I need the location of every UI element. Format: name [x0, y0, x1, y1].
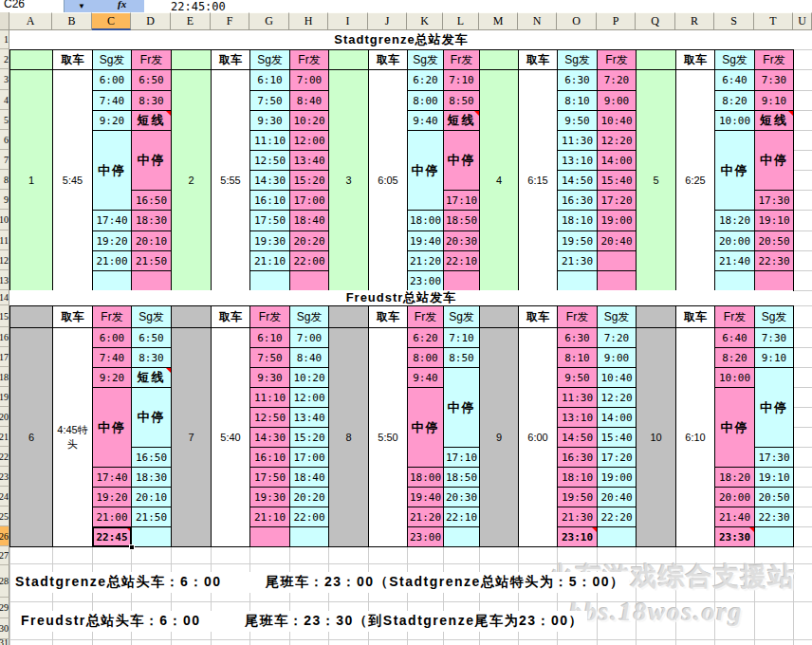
time-cell[interactable]: 8:00 — [407, 347, 444, 368]
pickup-time-cell[interactable]: 4:45特头 — [52, 327, 93, 547]
column-header-S[interactable]: S — [714, 12, 754, 30]
row-header-31[interactable]: 31 — [0, 639, 9, 645]
block-number-cell[interactable]: 6 — [9, 327, 53, 547]
mid-stop-cell[interactable]: 中停 — [443, 130, 480, 191]
time-cell[interactable]: 10:40 — [597, 110, 637, 131]
time-cell[interactable]: 8:40 — [289, 347, 329, 368]
mid-stop-cell[interactable]: 中停 — [714, 130, 755, 211]
mid-stop-cell[interactable]: 中停 — [131, 130, 172, 191]
column-header-J[interactable]: J — [368, 12, 407, 30]
time-cell[interactable]: 8:10 — [557, 347, 598, 368]
column-header-R[interactable]: R — [675, 12, 714, 30]
time-cell[interactable]: 19:00 — [597, 210, 637, 231]
time-cell[interactable]: 20:20 — [289, 487, 329, 507]
short-line-cell[interactable]: 短线 — [754, 110, 794, 131]
mid-stop-cell[interactable]: 中停 — [131, 387, 172, 448]
time-cell[interactable]: 21:20 — [407, 250, 444, 271]
block-number-cell[interactable]: 7 — [171, 327, 212, 547]
time-cell[interactable]: 18:00 — [407, 467, 444, 488]
column-header-T[interactable]: T — [754, 12, 793, 30]
spacer-header-cell[interactable] — [479, 49, 519, 70]
time-cell[interactable]: 22:20 — [597, 507, 637, 527]
time-cell[interactable]: 9:20 — [92, 367, 132, 388]
empty-cell[interactable] — [754, 270, 794, 291]
time-cell[interactable]: 21:50 — [131, 250, 172, 271]
time-cell[interactable]: 7:00 — [289, 327, 329, 348]
time-cell[interactable]: 22:30 — [754, 250, 794, 271]
row-header-1[interactable]: 1 — [0, 30, 9, 49]
time-cell[interactable]: 13:10 — [557, 150, 598, 171]
empty-cell[interactable] — [597, 526, 637, 547]
column-header-O[interactable]: O — [557, 12, 597, 30]
column-header-E[interactable]: E — [171, 12, 211, 30]
time-cell[interactable]: 21:00 — [92, 250, 132, 271]
time-cell[interactable]: 8:40 — [289, 90, 329, 111]
block-number-cell[interactable]: 9 — [479, 327, 519, 547]
time-cell[interactable]: 15:20 — [289, 170, 329, 191]
time-cell[interactable]: 7:50 — [249, 347, 290, 368]
pickup-time-cell[interactable]: 6:10 — [675, 327, 715, 547]
time-cell[interactable]: 19:30 — [249, 487, 290, 507]
time-cell[interactable]: 13:40 — [289, 407, 329, 428]
time-cell[interactable]: 11:30 — [557, 130, 598, 151]
column-header-U[interactable]: U — [793, 12, 812, 30]
time-cell[interactable]: 11:10 — [249, 387, 290, 408]
col2-header-cell[interactable]: Fr发 — [289, 49, 329, 70]
time-cell[interactable]: 20:20 — [289, 230, 329, 251]
time-cell[interactable]: 14:00 — [597, 407, 637, 428]
time-cell[interactable]: 14:30 — [249, 170, 290, 191]
time-cell[interactable]: 20:40 — [597, 230, 637, 251]
time-cell[interactable]: 20:40 — [597, 487, 637, 507]
mid-stop-cell[interactable]: 中停 — [754, 130, 794, 191]
short-line-cell[interactable]: 短线 — [443, 110, 480, 131]
time-cell[interactable]: 7:10 — [443, 327, 480, 348]
time-cell[interactable]: 20:10 — [131, 487, 172, 507]
col2-header-cell[interactable]: Sg发 — [754, 305, 794, 328]
time-cell[interactable]: 6:00 — [92, 69, 132, 91]
time-cell[interactable]: 6:10 — [249, 69, 290, 91]
time-cell[interactable]: 8:30 — [131, 90, 172, 111]
time-cell[interactable]: 6:50 — [131, 327, 172, 348]
select-all-corner[interactable] — [0, 12, 9, 30]
time-cell[interactable]: 9:10 — [754, 347, 794, 368]
time-cell[interactable]: 7:40 — [92, 347, 132, 368]
time-cell[interactable]: 11:30 — [557, 387, 598, 408]
column-header-G[interactable]: G — [249, 12, 289, 30]
empty-cell[interactable] — [597, 270, 637, 291]
empty-cell[interactable] — [131, 270, 172, 291]
time-cell[interactable]: 8:00 — [407, 90, 444, 111]
mid-stop-cell[interactable]: 中停 — [407, 130, 444, 211]
empty-cell[interactable] — [289, 270, 329, 291]
pickup-time-cell[interactable]: 6:00 — [518, 327, 558, 547]
time-cell[interactable]: 8:10 — [557, 90, 598, 111]
empty-cell[interactable] — [754, 526, 794, 547]
name-box-dropdown[interactable]: ▼ fx — [65, 0, 144, 12]
time-cell[interactable]: 23:30 — [714, 526, 755, 547]
time-cell[interactable]: 10:40 — [597, 367, 637, 388]
row-header-30[interactable]: 30 — [0, 618, 9, 639]
time-cell[interactable]: 19:20 — [92, 230, 132, 251]
footer-note-freudstr[interactable]: Freudstr总站头车：6：00 尾班车：23：30（到Stadtgrenze… — [17, 611, 587, 632]
time-cell[interactable]: 17:00 — [289, 447, 329, 468]
time-cell[interactable]: 8:20 — [714, 347, 755, 368]
time-cell[interactable]: 18:20 — [714, 210, 755, 231]
row-header-12[interactable]: 12 — [0, 250, 9, 270]
column-header-N[interactable]: N — [518, 12, 557, 30]
time-cell[interactable]: 6:40 — [714, 327, 755, 348]
time-cell[interactable]: 15:40 — [597, 170, 637, 191]
time-cell[interactable]: 8:50 — [443, 347, 480, 368]
empty-cell[interactable] — [557, 270, 598, 291]
col1-header-cell[interactable]: Sg发 — [249, 49, 290, 70]
time-cell[interactable]: 6:30 — [557, 327, 598, 348]
pickup-time-cell[interactable]: 6:25 — [675, 69, 715, 291]
time-cell[interactable]: 7:10 — [443, 69, 480, 91]
time-cell[interactable]: 16:50 — [131, 447, 172, 468]
block-number-cell[interactable]: 2 — [171, 69, 212, 291]
row-header-3[interactable]: 3 — [0, 69, 9, 90]
time-cell[interactable]: 17:10 — [443, 447, 480, 468]
mid-stop-cell[interactable]: 中停 — [407, 387, 444, 468]
row-header-23[interactable]: 23 — [0, 467, 9, 487]
column-header-C[interactable]: C — [92, 12, 131, 30]
col2-header-cell[interactable]: Sg发 — [443, 305, 480, 328]
name-box[interactable]: C26 — [0, 0, 65, 12]
